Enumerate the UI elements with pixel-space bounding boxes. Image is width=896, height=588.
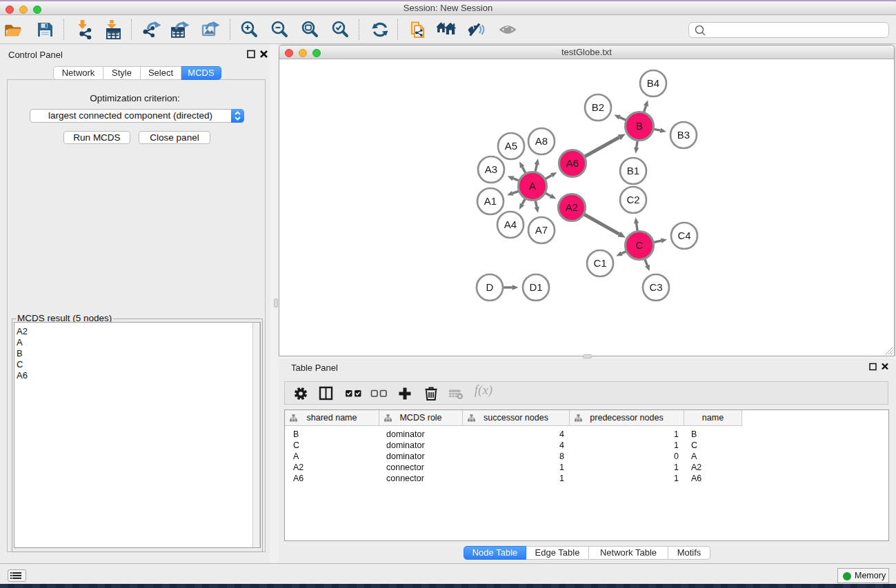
svg-text:C3: C3 [649, 281, 662, 293]
svg-text:A8: A8 [535, 135, 548, 147]
svg-text:C: C [636, 239, 644, 251]
svg-text:A1: A1 [484, 195, 497, 207]
svg-text:B4: B4 [647, 77, 659, 89]
svg-text:B2: B2 [592, 101, 604, 113]
svg-text:D: D [486, 281, 494, 293]
svg-text:B: B [636, 120, 643, 132]
svg-text:A6: A6 [566, 157, 579, 169]
svg-text:C2: C2 [626, 194, 639, 205]
svg-text:A: A [529, 180, 536, 192]
svg-text:A7: A7 [535, 224, 548, 236]
svg-text:B1: B1 [627, 165, 639, 176]
svg-text:C1: C1 [593, 257, 606, 269]
svg-text:C4: C4 [677, 230, 690, 241]
svg-text:A5: A5 [505, 140, 517, 152]
svg-text:A4: A4 [504, 219, 517, 230]
svg-text:A3: A3 [485, 163, 497, 175]
svg-text:B3: B3 [677, 129, 690, 141]
svg-text:A2: A2 [566, 201, 578, 213]
svg-text:D1: D1 [529, 281, 542, 293]
